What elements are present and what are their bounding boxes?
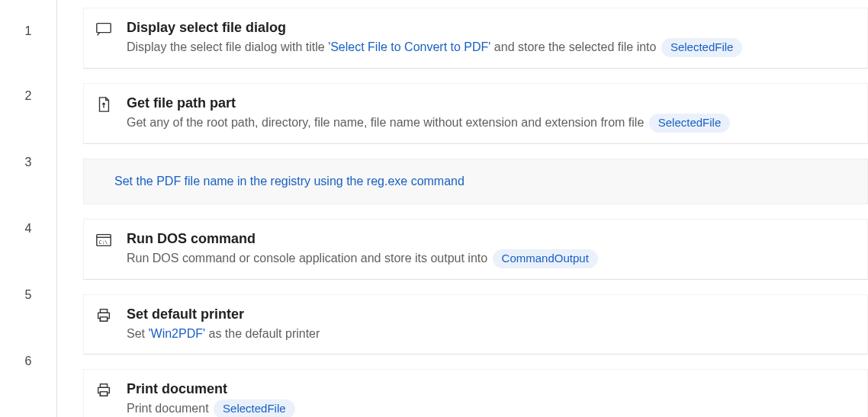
step-display-file-dialog[interactable]: Display select file dialog Display the s… — [83, 8, 868, 69]
desc-text: Print document — [127, 402, 212, 415]
desc-text: Get any of the root path, directory, fil… — [127, 116, 648, 129]
step-text: Display select file dialog Display the s… — [127, 19, 854, 57]
variable-badge[interactable]: CommandOutput — [493, 249, 598, 268]
console-icon: C:\ — [93, 230, 114, 249]
flow-editor: 1 2 3 4 5 6 Display select file dialog D… — [0, 0, 868, 417]
line-number: 1 — [0, 0, 56, 63]
step-comment[interactable]: Set the PDF file name in the registry us… — [83, 159, 868, 204]
steps-list: Display select file dialog Display the s… — [57, 0, 868, 417]
step-set-default-printer[interactable]: Set default printer Set 'Win2PDF' as the… — [83, 294, 868, 354]
step-title: Display select file dialog — [127, 19, 854, 37]
line-number: 4 — [0, 195, 56, 261]
line-number-gutter: 1 2 3 4 5 6 — [0, 0, 57, 417]
variable-badge[interactable]: SelectedFile — [649, 114, 731, 133]
step-title: Run DOS command — [127, 230, 854, 248]
desc-text: as the default printer — [205, 327, 320, 340]
literal-value: 'Win2PDF' — [148, 327, 205, 340]
svg-rect-0 — [97, 24, 111, 33]
step-text: Print document Print document SelectedFi… — [127, 380, 854, 417]
step-run-dos-command[interactable]: C:\ Run DOS command Run DOS command or c… — [83, 219, 868, 280]
variable-badge[interactable]: SelectedFile — [214, 399, 295, 417]
line-number: 3 — [0, 129, 56, 195]
step-description: Print document SelectedFile — [127, 399, 854, 417]
step-description: Get any of the root path, directory, fil… — [127, 114, 854, 133]
file-icon — [93, 95, 114, 113]
printer-icon — [93, 380, 114, 399]
literal-value: 'Select File to Convert to PDF' — [328, 40, 490, 53]
desc-text: Set — [127, 327, 148, 340]
line-number: 5 — [0, 261, 56, 328]
line-number: 6 — [0, 328, 56, 394]
step-print-document[interactable]: Print document Print document SelectedFi… — [83, 369, 868, 417]
desc-text: Run DOS command or console application a… — [127, 252, 491, 265]
step-title: Get file path part — [127, 95, 854, 112]
step-text: Run DOS command Run DOS command or conso… — [127, 230, 854, 268]
printer-icon — [93, 306, 114, 324]
step-title: Set default printer — [127, 306, 854, 323]
step-title: Print document — [127, 380, 854, 398]
line-number: 2 — [0, 63, 56, 129]
step-text: Set default printer Set 'Win2PDF' as the… — [127, 306, 854, 343]
desc-text: and store the selected file into — [490, 40, 659, 53]
step-description: Set 'Win2PDF' as the default printer — [127, 325, 854, 343]
svg-rect-6 — [100, 392, 107, 396]
svg-rect-4 — [100, 317, 107, 322]
step-get-file-path-part[interactable]: Get file path part Get any of the root p… — [83, 83, 868, 144]
step-text: Get file path part Get any of the root p… — [127, 95, 854, 133]
comment-text: Set the PDF file name in the registry us… — [114, 175, 465, 188]
dialog-icon — [93, 19, 114, 37]
step-description: Run DOS command or console application a… — [127, 249, 854, 268]
desc-text: Display the select file dialog with titl… — [127, 40, 328, 53]
svg-text:C:\: C:\ — [99, 239, 108, 245]
step-description: Display the select file dialog with titl… — [127, 38, 854, 57]
variable-badge[interactable]: SelectedFile — [661, 38, 743, 57]
